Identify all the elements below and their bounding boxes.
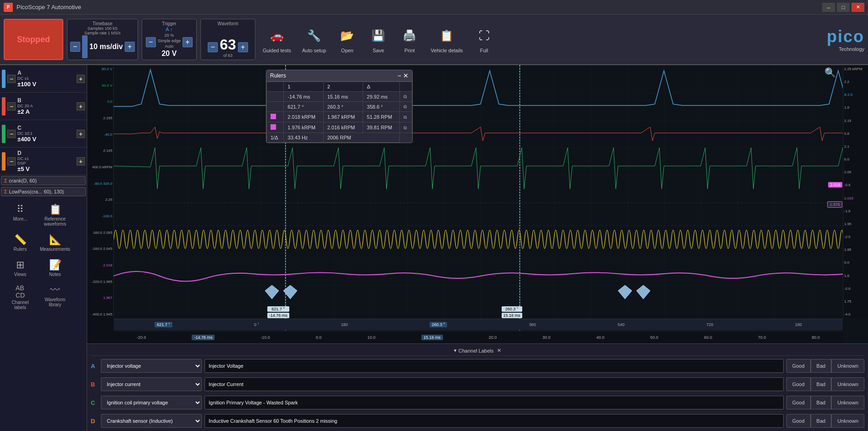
svg-rect-2: [114, 65, 868, 343]
channel-c-unknown[interactable]: Unknown: [831, 396, 864, 409]
close-button[interactable]: ✕: [851, 3, 864, 12]
channel-d-indicator: [2, 152, 6, 171]
rulers-dialog-titlebar: Rulers − ✕: [266, 70, 412, 82]
channel-a-plus[interactable]: +: [77, 75, 85, 83]
channel-c-label-input[interactable]: [205, 396, 784, 409]
rulers-tool[interactable]: 📏 Rulers: [4, 231, 37, 254]
angle-val-0: 0 °: [254, 322, 259, 327]
math-crank[interactable]: Σ crank(D, 60): [1, 176, 86, 185]
channel-c-indicator: [2, 125, 6, 143]
rulers-close-button[interactable]: ✕: [403, 72, 409, 79]
channel-d-minus[interactable]: −: [7, 157, 16, 166]
notes-tool[interactable]: 📝 Notes: [39, 256, 72, 280]
waveform-library-icon: 〰: [50, 284, 60, 296]
copy-icon[interactable]: ⧉: [404, 104, 407, 109]
channel-d-good[interactable]: Good: [786, 414, 811, 428]
time-val-20: 20.0: [489, 335, 497, 340]
channel-b: − B DC 20 A ±2 A +: [0, 93, 87, 120]
channel-a: − A DC x1 ±100 V +: [0, 65, 87, 93]
stop-button[interactable]: Stopped: [4, 19, 63, 60]
open-icon: 📂: [337, 26, 357, 46]
rulers-minimize-button[interactable]: −: [398, 72, 401, 79]
channel-b-label-input[interactable]: [205, 377, 784, 391]
table-row: 1.976 kRPM 2.016 kRPM 39.81 RPM ⧉: [267, 122, 412, 133]
guided-tests-button[interactable]: 🚗 Guided tests: [259, 22, 295, 57]
time-val-10: 10.0: [367, 335, 376, 340]
channel-c-good[interactable]: Good: [786, 396, 811, 409]
guided-tests-icon: 🚗: [267, 26, 287, 46]
waveform-prev[interactable]: −: [208, 42, 218, 52]
measurements-tool[interactable]: 📐 Measurements: [39, 231, 72, 254]
channel-a-bad[interactable]: Bad: [811, 359, 832, 373]
angle-val-highlight2: 260.3 °: [430, 322, 448, 327]
rulers-col-delta: Δ: [363, 82, 400, 92]
timebase-minus[interactable]: −: [70, 42, 80, 52]
channel-b-minus[interactable]: −: [7, 102, 16, 111]
channel-d-plus[interactable]: +: [77, 157, 85, 166]
math-lowpass[interactable]: Σ LowPass(cra... 60), 130): [1, 187, 86, 196]
auto-setup-button[interactable]: 🔧 Auto setup: [299, 22, 330, 57]
trigger-control: Trigger − A ↑ 20 % Simple edge Auto 20 V…: [142, 19, 197, 60]
copy-icon[interactable]: ⧉: [404, 125, 407, 130]
channel-c-minus[interactable]: −: [7, 130, 16, 138]
trigger-plus[interactable]: +: [182, 37, 193, 47]
channel-d-unknown[interactable]: Unknown: [831, 414, 864, 428]
time-val-m10: -10.0: [260, 335, 270, 340]
channel-b-unknown[interactable]: Unknown: [831, 377, 864, 391]
channel-letter-c: C: [91, 399, 98, 406]
table-row: 621.7 ° 260.3 ° 358.6 ° ⧉: [267, 102, 412, 112]
channel-labels-tool[interactable]: ABCD Channel labels: [4, 282, 37, 313]
waveform-library-tool[interactable]: 〰 Waveform library: [39, 282, 72, 313]
chart-area: 80.0 V 40.0 V 0.0 2.195 -40.0 2.145 400.…: [87, 65, 868, 343]
channel-a-rating: Good Bad Unknown: [786, 359, 864, 373]
angle-val-180b: 180: [795, 322, 802, 327]
channel-d-type-select[interactable]: Crankshaft sensor (Inductive): [101, 414, 202, 428]
channel-b-plus[interactable]: +: [77, 102, 85, 111]
chart-topbar: 🔍: [824, 67, 836, 78]
open-button[interactable]: 📂 Open: [333, 22, 361, 57]
vehicle-details-icon: 📋: [437, 26, 457, 46]
full-button[interactable]: ⛶ Full: [470, 22, 498, 57]
channel-label-row-a: A Injector voltage Good Bad Unknown: [91, 358, 864, 374]
vehicle-details-button[interactable]: 📋 Vehicle details: [427, 22, 466, 57]
rulers-col-2: 2: [323, 82, 363, 92]
waveform-next[interactable]: +: [238, 42, 248, 52]
minimize-button[interactable]: –: [822, 3, 835, 12]
copy-icon[interactable]: ⧉: [404, 94, 407, 99]
trigger-minus[interactable]: −: [146, 37, 156, 47]
angle-val-highlight1: 621.7 °: [155, 322, 172, 327]
channel-c-type-select[interactable]: Ignition coil primary voltage: [101, 396, 202, 409]
channel-c-plus[interactable]: +: [77, 130, 85, 138]
copy-icon[interactable]: ⧉: [404, 115, 407, 120]
channel-a-unknown[interactable]: Unknown: [831, 359, 864, 373]
sidebar-tools: ⠿ More... 📋 Reference waveforms 📏 Rulers…: [0, 197, 87, 316]
value-badge-1976: 1.976: [827, 201, 842, 208]
channel-a-type-select[interactable]: Injector voltage: [101, 359, 202, 373]
channel-a-good[interactable]: Good: [786, 359, 811, 373]
channel-d-label-input[interactable]: [205, 414, 784, 428]
channel-a-minus[interactable]: −: [7, 75, 16, 83]
channel-label-row-b: B Injector current Good Bad Unknown: [91, 376, 864, 392]
rulers-col-empty: [267, 82, 284, 92]
channel-c-rating: Good Bad Unknown: [786, 396, 864, 409]
views-tool[interactable]: ⊞ Views: [4, 256, 37, 280]
channel-d-bad[interactable]: Bad: [811, 414, 832, 428]
channel-a-label-input[interactable]: [205, 359, 784, 373]
channel-labels-header: ▾ Channel Labels ✕: [91, 346, 864, 356]
zoom-icon[interactable]: 🔍: [824, 67, 836, 78]
rulers-icon: 📏: [14, 234, 27, 246]
reference-waveforms-tool[interactable]: 📋 Reference waveforms: [39, 201, 72, 229]
more-tool[interactable]: ⠿ More...: [4, 201, 37, 229]
channel-b-good[interactable]: Good: [786, 377, 811, 391]
maximize-button[interactable]: □: [837, 3, 850, 12]
color-square: [271, 124, 276, 130]
channel-letter-a: A: [91, 363, 98, 370]
channel-b-type-select[interactable]: Injector current: [101, 377, 202, 391]
timebase-plus[interactable]: +: [125, 42, 135, 52]
channel-letter-b: B: [91, 381, 98, 388]
save-button[interactable]: 💾 Save: [365, 22, 392, 57]
channel-b-bad[interactable]: Bad: [811, 377, 832, 391]
print-button[interactable]: 🖨️ Print: [396, 22, 423, 57]
channel-c-bad[interactable]: Bad: [811, 396, 832, 409]
channel-labels-close[interactable]: ✕: [497, 348, 501, 354]
